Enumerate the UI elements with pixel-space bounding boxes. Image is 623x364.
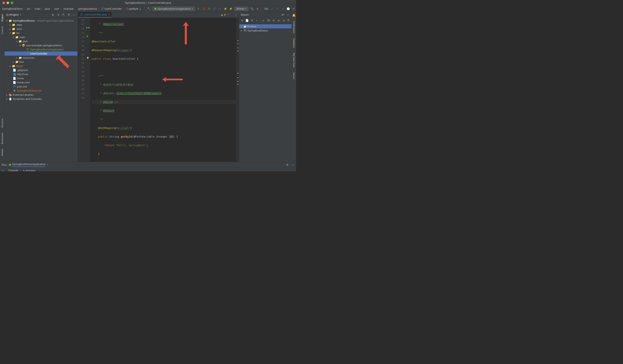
settings-icon[interactable]: ⚙ xyxy=(67,13,70,17)
tree-file[interactable]: ⓜpom.xml xyxy=(4,85,77,88)
editor-menu-icon[interactable]: ⋮ xyxy=(234,13,237,17)
breadcrumb-item[interactable]: com xyxy=(54,7,59,10)
hammer-icon[interactable]: 🔨 xyxy=(147,7,151,11)
run-maven-icon[interactable]: ▶ xyxy=(262,19,265,22)
bookmarks-tab[interactable]: Bookmarks xyxy=(1,132,3,145)
structure-tab[interactable]: Structure xyxy=(1,118,3,129)
hide-icon[interactable]: — xyxy=(72,13,76,17)
run-target[interactable]: SpringBootDemoApplication xyxy=(12,163,45,167)
add-config-icon[interactable]: ⤓ xyxy=(138,7,142,11)
tree-scratches[interactable]: ▸📋Scratches and Consoles xyxy=(4,97,77,101)
database-tab[interactable]: Database xyxy=(293,38,295,49)
breadcrumb-item[interactable]: UserController xyxy=(104,7,122,10)
generate-sources-icon[interactable]: 📄 xyxy=(245,19,249,22)
more-run-icon[interactable]: ⋯ xyxy=(218,7,222,11)
run-gutter-icon[interactable]: ▶◉ xyxy=(86,26,90,29)
breadcrumb-item[interactable]: main xyxy=(35,7,40,10)
collapse-all-icon[interactable]: ⇱ xyxy=(62,13,65,17)
actuator-tab[interactable]: ●Actuator xyxy=(21,168,38,171)
spring-bean-icon[interactable]: ◉ xyxy=(86,35,88,37)
breadcrumb-item[interactable]: src xyxy=(27,7,30,10)
project-tab[interactable]: Project xyxy=(1,14,3,22)
run-config-selector[interactable]: ⬢ SpringBootDemoApplication ▾ xyxy=(153,7,195,11)
tree-package[interactable]: ▾📦com.example.springbootdemo xyxy=(4,43,77,47)
hide-icon[interactable]: — xyxy=(291,163,294,167)
select-opened-icon[interactable]: ⊕ xyxy=(51,13,54,17)
tree-folder[interactable]: ▸📁test xyxy=(4,60,77,64)
code-editor[interactable]: * @description: **/ @RestController @Req… xyxy=(90,18,236,162)
history-icon[interactable]: 🕐 xyxy=(286,7,290,11)
expand-all-icon[interactable]: ⇲ xyxy=(56,13,60,17)
tree-file[interactable]: 📘HELP.md xyxy=(4,72,77,76)
maven-tab[interactable]: Maven xyxy=(293,72,295,80)
breadcrumb-item[interactable]: springbootdemo xyxy=(78,7,97,10)
tree-folder[interactable]: ▾📁java xyxy=(4,39,77,43)
attach-debugger-icon[interactable]: 📎 xyxy=(250,7,254,11)
coverage-icon[interactable]: ⛨ xyxy=(207,7,211,11)
run-label: Run: xyxy=(2,163,7,166)
bigdata-tab[interactable]: Big Data Tools xyxy=(293,52,295,68)
jrebel-tab[interactable]: JRebel xyxy=(1,148,3,157)
close-run-tab-icon[interactable]: × xyxy=(47,163,48,166)
tree-folder[interactable]: ▸📁target xyxy=(4,64,77,68)
editor-tab[interactable]: Ⓒ UserController.java × xyxy=(78,12,112,18)
tree-folder[interactable]: ▾📁main xyxy=(4,35,77,39)
download-sources-icon[interactable]: ⬇ xyxy=(250,19,254,22)
maven-profiles[interactable]: ▸📁Profiles xyxy=(239,24,291,28)
maven-project[interactable]: ▸ⓜSpringBootDemo xyxy=(239,28,291,33)
update-project-icon[interactable]: ✓ xyxy=(270,7,274,11)
commit-tab[interactable]: Commit xyxy=(1,25,3,35)
tree-class[interactable]: ⒸSpringBootDemoApplication xyxy=(4,47,77,51)
tree-folder[interactable]: ▸📁resources xyxy=(4,56,77,60)
reload-icon[interactable]: ↻ xyxy=(240,19,244,22)
toggle-skip-tests-icon[interactable]: ⊘ xyxy=(277,19,280,22)
run-settings-icon[interactable]: ⚙ xyxy=(286,163,289,167)
tree-file[interactable]: ⚙SpringBootDemo.iml xyxy=(4,88,77,93)
maven-tree[interactable]: ▸📁Profiles ▸ⓜSpringBootDemo xyxy=(239,23,291,162)
tree-external-libs[interactable]: ▸📚External Libraries xyxy=(4,93,77,97)
collapse-icon[interactable]: ⇱ xyxy=(287,19,290,22)
maximize-window-icon[interactable] xyxy=(11,2,13,4)
breadcrumb-item[interactable]: example xyxy=(64,7,74,10)
rerun-icon[interactable]: ↻ xyxy=(1,169,5,171)
minimize-window-icon[interactable] xyxy=(7,2,9,4)
window-title: SpringBootDemo – UserController.java xyxy=(125,1,171,4)
jrebel-selector[interactable]: JRebel ▾ xyxy=(234,7,248,11)
profile-icon[interactable]: ⏱ xyxy=(213,7,217,11)
jrebel-debug-icon[interactable]: ⚡ xyxy=(229,7,233,11)
execute-goal-icon[interactable]: ⓜ xyxy=(267,19,270,22)
toggle-offline-icon[interactable]: ⇄ xyxy=(272,19,275,22)
tree-file[interactable]: 📄mvnw.cmd xyxy=(4,80,77,85)
notifications-tab[interactable]: Notifications xyxy=(293,20,295,34)
project-tree[interactable]: ▾📁SpringBootDemo ~/IdeaProjects/SpringBo… xyxy=(4,18,77,162)
console-tab[interactable]: Console xyxy=(6,168,21,171)
add-maven-icon[interactable]: + xyxy=(255,19,259,22)
tree-file[interactable]: 📄.gitignore xyxy=(4,68,77,72)
jrebel-run-icon[interactable]: ⚡ xyxy=(223,7,227,11)
tree-folder[interactable]: ▸📁.mvn xyxy=(4,27,77,31)
maven-settings-icon[interactable]: ⚙ xyxy=(281,13,285,17)
commit-icon[interactable]: ✓ xyxy=(276,7,279,11)
tree-folder[interactable]: ▸📁.idea xyxy=(4,23,77,27)
intention-bulb-icon[interactable] xyxy=(86,57,89,60)
close-window-icon[interactable] xyxy=(2,2,5,4)
debug-icon[interactable]: 🐞 xyxy=(202,7,206,11)
stop-icon[interactable]: ■ xyxy=(255,7,259,11)
close-tab-icon[interactable]: × xyxy=(108,13,110,16)
breadcrumb-item[interactable]: java xyxy=(45,7,50,10)
run-icon[interactable]: ↻ xyxy=(197,7,200,11)
error-stripe[interactable] xyxy=(236,18,239,162)
show-deps-icon[interactable]: ⇲ xyxy=(282,19,285,22)
notifications-icon[interactable]: 🔔 xyxy=(292,14,296,17)
tree-folder[interactable]: ▾📁src xyxy=(4,31,77,35)
editor-tabs: Ⓒ UserController.java × ▲8 ^˅ ⋮ xyxy=(78,12,239,18)
hide-icon[interactable]: — xyxy=(287,13,290,17)
tree-root[interactable]: ▾📁SpringBootDemo ~/IdeaProjects/SpringBo… xyxy=(4,19,77,23)
tree-file[interactable]: 📄mvnw xyxy=(4,76,77,80)
tree-class-selected[interactable]: ⒸUserController xyxy=(4,51,77,56)
inspection-summary[interactable]: ▲8 ^˅ xyxy=(220,13,232,17)
push-icon[interactable]: ↗ xyxy=(281,7,285,11)
breadcrumb-item[interactable]: SpringBootDemo xyxy=(2,7,22,10)
rollback-icon[interactable]: ↺ xyxy=(292,7,295,11)
breadcrumb-item[interactable]: getById xyxy=(129,7,138,10)
